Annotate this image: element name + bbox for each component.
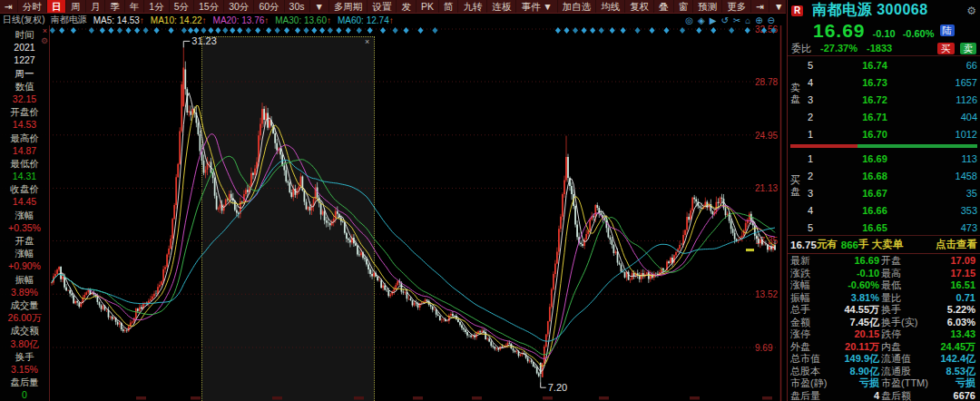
inspector-row: 周一 <box>0 67 49 80</box>
inspector-row: 收盘价 <box>0 182 49 195</box>
period-tab-15分[interactable]: 15分 <box>194 0 224 13</box>
period-tab-周[interactable]: 周 <box>66 0 86 13</box>
period-tab-30分[interactable]: 30分 <box>224 0 254 13</box>
toolbar-button-复权[interactable]: 复权 <box>625 0 654 13</box>
stat-label: 最新 <box>790 255 833 268</box>
bid-volume: 1458 <box>927 171 980 181</box>
bar-inspector-rows: 时间20211227周一数值32.15开盘价14.53最高价14.87最低价14… <box>0 28 49 401</box>
ask-level: 1 <box>808 129 822 140</box>
play-icon[interactable]: ▶ <box>710 15 721 25</box>
stat-value: 8.53亿 <box>929 366 977 378</box>
toolbar-button-事件[interactable]: 事件 ▼ <box>516 0 557 13</box>
stat-value: 16.69 <box>833 255 881 268</box>
jump-end-icon[interactable]: ⇥ <box>751 0 769 13</box>
inspector-row: 32.15 <box>0 93 49 105</box>
pan-icon[interactable]: ◈ <box>698 15 710 25</box>
stat-value: 0.71 <box>929 292 977 305</box>
trading-app-window: ⇥ 分时日周月季年1分5分15分30分60分30s ▼ 多周期 设置 发PK简九… <box>0 0 980 401</box>
period-tab-60分[interactable]: 60分 <box>254 0 284 13</box>
zoom-in-icon[interactable]: ⊕ <box>755 15 767 25</box>
inspector-row: 涨幅 <box>0 209 49 221</box>
toolbar-button-叠[interactable]: 叠 <box>654 0 674 13</box>
inspector-row: 0 <box>0 388 49 401</box>
candlestick-chart[interactable]: 32.5628.7824.9521.1317.3513.529.6931.237… <box>0 25 786 401</box>
toolbar-button-窗[interactable]: 窗 <box>674 0 694 13</box>
period-tab-1分[interactable]: 1分 <box>144 0 169 13</box>
notice-action-link[interactable]: 点击查看 <box>936 238 977 251</box>
inspector-row: 1227 <box>0 54 49 66</box>
stat-label: 跌停 <box>881 328 929 341</box>
undo-icon[interactable]: ↺ <box>720 15 732 25</box>
stock-name-code[interactable]: 南都电源 300068 <box>812 1 927 20</box>
selection-close-icon[interactable]: × <box>365 38 369 46</box>
period-tab-30s[interactable]: 30s <box>285 0 310 13</box>
weibi-value: -27.37% <box>820 43 858 54</box>
inspector-row: 最高价 <box>0 132 49 144</box>
stat-label: 换手 <box>881 304 929 317</box>
big-order-notice[interactable]: 16.75 元有 866 手 大卖单 点击查看 <box>788 236 980 254</box>
svg-text:21.13: 21.13 <box>755 183 778 193</box>
inspector-row: 26.00万 <box>0 311 49 324</box>
ma-value-MA10: MA10: 14.22↑ <box>151 15 207 25</box>
next-stock-icon[interactable]: ⇥ <box>0 0 18 13</box>
period-tab-年[interactable]: 年 <box>125 0 145 13</box>
toolbar-button-更多[interactable]: 更多 <box>722 0 751 13</box>
bid-side-label: 买盘 <box>790 174 801 198</box>
panel-gear-icon[interactable]: ⚙ <box>41 36 48 45</box>
price-change: -0.10 <box>873 28 896 39</box>
period-tab-分时[interactable]: 分时 <box>18 0 47 13</box>
home-icon[interactable]: ⌂ <box>745 15 755 25</box>
multi-period-button[interactable]: 多周期 <box>329 0 368 13</box>
chart-area[interactable]: × 32.5628.7824.9521.1317.3513.529.6931.2… <box>0 25 786 401</box>
period-tab-5分[interactable]: 5分 <box>170 0 194 13</box>
panel-close-icon[interactable]: × <box>43 26 47 35</box>
inspector-row: 14.31 <box>0 170 49 182</box>
inspector-row: 3.89% <box>0 286 49 298</box>
settings-button[interactable]: 设置 <box>368 0 397 13</box>
period-tab-季[interactable]: 季 <box>105 0 125 13</box>
quote-gear-icon[interactable]: ⚙ <box>966 5 976 17</box>
toolbar-button-简[interactable]: 简 <box>439 0 459 13</box>
weibi-bar-red <box>790 144 858 148</box>
notice-volume: 866 <box>841 240 858 250</box>
toolbar-button-九转[interactable]: 九转 <box>458 0 487 13</box>
toolbar-button-PK[interactable]: PK <box>416 0 439 13</box>
bid-price: 16.65 <box>822 222 927 233</box>
ma-value-MA30: MA30: 13.60↑ <box>275 15 331 25</box>
quote-header: R 南都电源 300068 ⚙ <box>788 0 980 19</box>
zoom-out-icon[interactable]: ⊖ <box>768 15 779 25</box>
quote-stats-grid: 最新16.69开盘17.09涨跌-0.10最高17.15涨幅-0.60%最低16… <box>788 254 980 401</box>
ma-values: MA5: 14.53↑MA10: 14.22↑MA20: 13.76↑MA30:… <box>87 15 394 25</box>
weibi-label: 委比 <box>791 42 811 55</box>
bid-volume: 35 <box>927 188 980 199</box>
eye-icon[interactable]: ◎ <box>685 15 698 25</box>
stat-label: 金额 <box>790 317 833 329</box>
toolbar-button-连板[interactable]: 连板 <box>487 0 516 13</box>
stat-value: 亏损 <box>929 377 977 390</box>
toolbar-button-加自选[interactable]: 加自选 <box>558 0 597 13</box>
buy-button[interactable]: 买 <box>937 43 955 54</box>
stat-label: 市盈(TTM) <box>881 377 929 390</box>
stat-label: 涨幅 <box>790 279 833 292</box>
ask-row: 416.731657 <box>788 73 980 91</box>
svg-text:13.52: 13.52 <box>755 289 778 299</box>
toolbar-button-均线[interactable]: 均线 <box>596 0 625 13</box>
sell-button[interactable]: 卖 <box>960 43 977 54</box>
stat-label: 流通股 <box>881 366 929 378</box>
period-dropdown-icon[interactable]: ▼ <box>310 0 329 13</box>
period-tab-日[interactable]: 日 <box>47 0 67 13</box>
inspector-row: 14.87 <box>0 144 49 157</box>
ask-level: 3 <box>808 94 822 105</box>
cut-icon[interactable]: ✂ <box>733 15 745 25</box>
stat-value: 3.81% <box>833 292 881 305</box>
inspector-row: 3.80亿 <box>0 337 49 350</box>
bid-volume: 473 <box>927 222 980 233</box>
period-tab-月[interactable]: 月 <box>86 0 106 13</box>
ask-level: 4 <box>808 77 822 88</box>
ask-volume: 1657 <box>927 77 980 88</box>
ask-volume: 66 <box>927 60 980 71</box>
chart-header: 日线(复权) 南都电源 MA5: 14.53↑MA10: 14.22↑MA20:… <box>0 15 786 25</box>
toolbar-button-发[interactable]: 发 <box>397 0 416 13</box>
toolbar-button-预测[interactable]: 预测 <box>693 0 722 13</box>
stat-label: 换手(实) <box>881 317 929 329</box>
